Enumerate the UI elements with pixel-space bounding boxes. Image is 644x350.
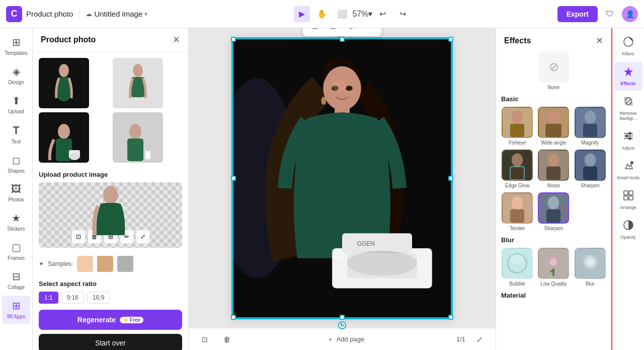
sample-thumb-3[interactable] — [117, 256, 133, 272]
sidebar-item-design[interactable]: ◈ Design — [2, 61, 30, 90]
svg-point-2 — [133, 64, 143, 77]
blur-section-title: Blur — [501, 236, 606, 244]
upload-area[interactable]: ⊡ 🗑 ⊞ ✏ ⤢ — [39, 182, 182, 248]
aspect-1-1-btn[interactable]: 1:1 — [39, 292, 58, 304]
image-thumb-3[interactable] — [39, 112, 89, 163]
sidebar-item-stickers-label: Stickers — [7, 226, 25, 232]
redo-btn[interactable]: ↪ — [394, 6, 411, 22]
right-tool-adjust[interactable]: Adjust — [614, 126, 642, 155]
effect-noise[interactable]: Noise — [537, 150, 570, 188]
aspect-16-9-btn[interactable]: 16:9 — [87, 292, 110, 304]
sidebar-item-upload-label: Upload — [8, 109, 24, 115]
copy-page-btn[interactable]: ⊡ — [197, 331, 213, 347]
export-button[interactable]: Export — [557, 6, 598, 22]
svg-point-43 — [548, 154, 559, 167]
svg-rect-54 — [546, 209, 560, 223]
sidebar-item-frames[interactable]: ▢ Frames — [2, 237, 30, 265]
right-tool-removebg[interactable]: Remove backgr... — [614, 92, 642, 126]
effect-edgeglow[interactable]: Edge Glow — [501, 150, 533, 188]
effect-bubble[interactable]: Bubble — [501, 248, 533, 287]
sidebar-item-upload[interactable]: ⬆ Upload — [2, 91, 30, 119]
fisheye-svg — [503, 107, 532, 138]
sidebar-item-text[interactable]: T Text — [2, 120, 30, 149]
noise-thumb — [538, 150, 569, 181]
topbar-right: Export 🛡 👤 — [557, 6, 638, 22]
select-tool-btn[interactable]: ▶ — [294, 6, 310, 22]
crop-tool-btn[interactable]: ⊡ — [308, 28, 322, 33]
tender-thumb — [502, 192, 533, 224]
effect-magnify[interactable]: Magnify — [574, 107, 606, 146]
upload-crop-btn[interactable]: ⊡ — [71, 230, 86, 244]
bubble-label: Bubble — [510, 281, 525, 287]
doc-chevron-icon: ▾ — [144, 11, 147, 18]
panel-header: Product photo ✕ — [33, 28, 188, 52]
removebg-svg — [623, 96, 634, 107]
sidebar-item-collage[interactable]: ⊟ Collage — [2, 266, 30, 295]
effect-wideangle[interactable]: Wide angle — [537, 107, 570, 146]
svg-point-4 — [58, 124, 70, 139]
right-tool-effects[interactable]: Effects — [614, 62, 642, 91]
add-page-button[interactable]: ＋ Add page — [323, 333, 369, 346]
woman-svg-4 — [118, 122, 158, 163]
magnify-thumb — [575, 107, 606, 138]
sidebar-item-stickers[interactable]: ★ Stickers — [2, 208, 30, 236]
basic-effects-grid: Fisheye Wide angle — [501, 107, 606, 231]
regenerate-button[interactable]: Regenerate ⚡ Free — [39, 310, 182, 330]
effect-lowquality[interactable]: Low Quality — [537, 248, 570, 287]
svg-rect-48 — [583, 167, 597, 180]
bubble-thumb — [502, 248, 533, 279]
effect-blur[interactable]: Blur — [574, 248, 606, 287]
canvas-frame[interactable]: GGEN ↻ — [231, 37, 453, 319]
effect-sharpen1[interactable]: Sharpen — [574, 150, 606, 188]
free-badge: ⚡ Free — [120, 317, 143, 323]
samples-row: ✦ Samples: — [39, 256, 182, 272]
sidebar-item-apps[interactable]: ⊞ 88 Apps — [2, 296, 30, 324]
undo-btn[interactable]: ↩ — [374, 6, 390, 22]
image-thumb-4[interactable] — [113, 112, 163, 163]
effect-sharpen2[interactable]: Sharpen — [537, 192, 570, 231]
sidebar-item-templates-label: Templates — [5, 50, 28, 56]
start-over-button[interactable]: Start over — [39, 334, 182, 350]
right-tool-arrange[interactable]: Arrange — [614, 186, 642, 215]
image-thumb-2[interactable] — [113, 58, 163, 108]
panel-close-button[interactable]: ✕ — [173, 34, 180, 45]
delete-page-btn[interactable]: 🗑 — [219, 331, 235, 347]
canvas-area: Page 1 — [189, 28, 496, 350]
smart-crop-btn[interactable]: ⊞ — [326, 28, 340, 33]
image-thumb-1[interactable] — [39, 58, 89, 108]
fullscreen-btn[interactable]: ⤢ — [471, 331, 488, 347]
effect-none[interactable]: ⊘ None — [501, 51, 606, 90]
shield-icon: 🛡 — [602, 6, 618, 22]
zoom-dropdown-btn[interactable]: 57% ▾ — [354, 6, 370, 22]
right-tool-opacity[interactable]: Opacity — [614, 216, 642, 244]
aspect-9-16-btn[interactable]: 9:16 — [61, 292, 84, 304]
hand-tool-btn[interactable]: ✋ — [314, 6, 330, 22]
effect-tender[interactable]: Tender — [501, 192, 533, 231]
upload-expand-btn[interactable]: ⤢ — [136, 230, 150, 244]
sidebar-item-templates[interactable]: ⊞ Templates — [2, 32, 30, 60]
duplicate-btn[interactable]: ⊕ — [344, 28, 358, 33]
effects-close-button[interactable]: ✕ — [596, 35, 603, 46]
sidebar-item-photos[interactable]: 🖼 Photos — [2, 179, 30, 207]
divider — [79, 8, 79, 20]
user-avatar[interactable]: 👤 — [622, 6, 638, 22]
sidebar-item-shapes[interactable]: ◻ Shapes — [2, 150, 30, 178]
frame-tool-btn[interactable]: ⬜ — [334, 6, 350, 22]
more-options-btn[interactable]: ••• — [362, 28, 376, 33]
material-section-title: Material — [501, 292, 606, 299]
right-tool-smarttools[interactable]: Smart tools — [614, 156, 642, 185]
sample-thumb-1[interactable] — [77, 256, 93, 272]
canvas-wrapper[interactable]: GGEN ↻ — [189, 28, 496, 328]
doc-name-area[interactable]: ☁ Untitled image ▾ — [86, 10, 147, 18]
svg-point-30 — [512, 111, 523, 124]
blur-effects-grid: Bubble Low Quality — [501, 248, 606, 287]
effect-fisheye[interactable]: Fisheye — [501, 107, 533, 146]
right-tool-filters[interactable]: Filters — [614, 32, 642, 61]
svg-point-23 — [332, 80, 347, 92]
app-logo: C — [6, 6, 22, 22]
sharpen1-thumb — [575, 150, 606, 181]
sample-thumb-2[interactable] — [97, 256, 113, 272]
svg-rect-40 — [510, 167, 524, 180]
sharpen2-thumb — [538, 192, 569, 224]
sidebar-item-apps-label: 88 Apps — [7, 314, 25, 320]
